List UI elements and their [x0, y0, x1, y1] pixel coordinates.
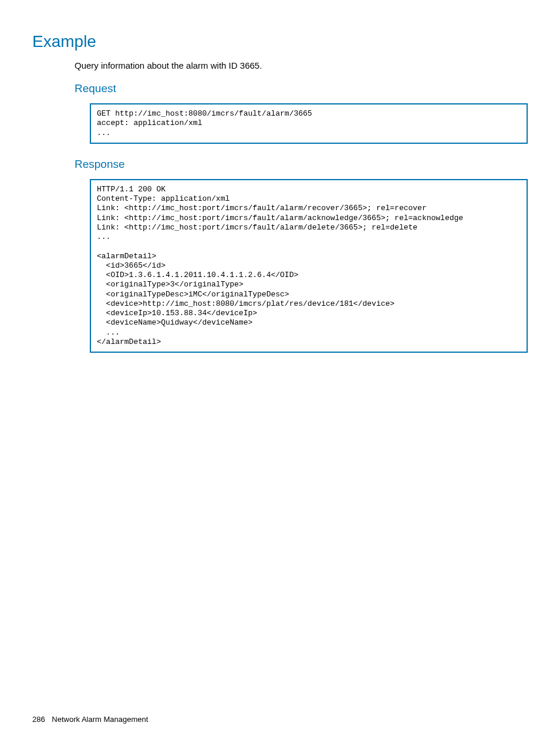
footer-section-title: Network Alarm Management — [52, 715, 148, 724]
request-code-block: GET http://imc_host:8080/imcrs/fault/ala… — [90, 103, 528, 144]
response-code-block: HTTP/1.1 200 OK Content-Type: applicatio… — [90, 179, 528, 353]
page-content: Example Query information about the alar… — [0, 0, 560, 353]
page-number: 286 — [32, 715, 45, 724]
example-description: Query information about the alarm with I… — [75, 60, 528, 70]
example-heading: Example — [32, 32, 528, 51]
request-heading: Request — [75, 82, 528, 95]
response-heading: Response — [75, 158, 528, 171]
page-footer: 286 Network Alarm Management — [32, 715, 148, 724]
